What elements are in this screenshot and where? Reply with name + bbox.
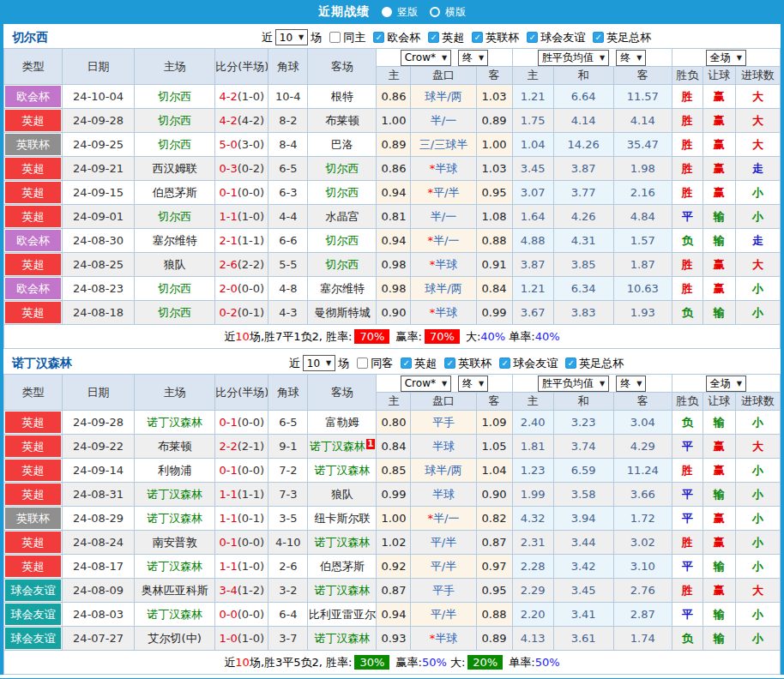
cell-avg-draw: 3.85 (553, 253, 613, 277)
horizontal-radio-label[interactable]: 横版 (445, 5, 466, 20)
same-venue-checkbox[interactable] (329, 32, 341, 43)
league-checkbox-label[interactable]: 英足总杯 (606, 30, 651, 45)
cell-result: 负 (672, 627, 703, 651)
cell-avg-draw: 6.59 (553, 459, 613, 483)
scope-select[interactable]: 全场▼ (706, 376, 746, 392)
halftime-score: (1-1) (238, 234, 264, 247)
cell-handicap-line: 平/半 (411, 555, 476, 579)
top-title-bar: 近期战绩 竖版 横版 (0, 0, 784, 24)
match-count-select[interactable]: 10▼ (303, 355, 335, 371)
cell-handicap-result: 赢 (703, 435, 735, 459)
same-venue-label[interactable]: 同客 (371, 356, 393, 371)
summary-row: 近10场,胜3平5负2, 胜率:30% 赢率:50% 大:20% 单率:50% (4, 651, 781, 675)
fulltime-score: 0-1 (219, 536, 237, 549)
vertical-radio[interactable] (382, 7, 392, 17)
cell-away-team: 诺丁汉森林 (308, 459, 377, 483)
fulltime-score: 0-1 (219, 416, 237, 429)
odds-time-select[interactable]: 终▼ (458, 376, 488, 392)
league-checkbox[interactable]: ✓ (373, 32, 384, 43)
scope-select[interactable]: 全场▼ (706, 50, 746, 66)
cell-avg-home: 1.04 (512, 133, 553, 157)
cell-home-team: 西汉姆联 (135, 157, 215, 181)
league-checkbox-label[interactable]: 英联杯 (458, 356, 492, 371)
goals-result-value: 大 (752, 114, 763, 127)
league-checkbox[interactable]: ✓ (472, 32, 483, 43)
cell-avg-draw: 6.64 (553, 85, 613, 109)
col-type: 类型 (4, 49, 63, 85)
cell-odds-home: 0.94 (377, 229, 411, 253)
cell-odds-away: 0.84 (476, 277, 512, 301)
col-goals: 进球数 (735, 67, 780, 85)
odds-time-select[interactable]: 终▼ (458, 50, 488, 66)
cell-avg-draw: 4.26 (553, 205, 613, 229)
bookmaker-select[interactable]: Crow*▼ (401, 376, 451, 392)
chevron-down-icon: ▼ (737, 54, 742, 62)
cell-odds-home: 0.89 (377, 133, 411, 157)
cell-avg-home: 1.81 (512, 435, 553, 459)
cell-away-team: 布莱顿 (308, 109, 377, 133)
cell-result: 胜 (672, 277, 703, 301)
cell-league: 英联杯 (4, 133, 63, 157)
league-checkbox-label[interactable]: 英联杯 (485, 30, 519, 45)
league-checkbox-label[interactable]: 英超 (442, 30, 464, 45)
cell-home-team: 塞尔维特 (135, 229, 215, 253)
avg-time-select[interactable]: 终▼ (616, 50, 646, 66)
league-checkbox[interactable]: ✓ (593, 32, 604, 43)
cell-goals-result: 走 (735, 157, 780, 181)
cell-goals-result: 小 (735, 411, 780, 435)
avg-time-select[interactable]: 终▼ (616, 376, 646, 392)
league-checkbox[interactable]: ✓ (444, 358, 455, 369)
cell-result: 平 (672, 507, 703, 531)
cell-avg-away: 2.16 (613, 181, 672, 205)
league-checkbox[interactable]: ✓ (428, 32, 439, 43)
result-value: 负 (682, 306, 693, 319)
league-badge: 英超 (5, 206, 61, 227)
avg-select[interactable]: 胜平负均值▼ (538, 50, 609, 66)
cell-odds-home: 0.98 (377, 277, 411, 301)
vertical-radio-label[interactable]: 竖版 (397, 5, 418, 20)
league-checkbox[interactable]: ✓ (565, 358, 576, 369)
result-value: 胜 (682, 114, 693, 127)
cell-odds-away: 0.88 (476, 229, 512, 253)
avg-select[interactable]: 胜平负均值▼ (538, 376, 609, 392)
league-checkbox-label[interactable]: 欧会杯 (387, 30, 420, 45)
match-count-select[interactable]: 10▼ (275, 29, 308, 45)
cell-score: 0-1(0-0) (215, 411, 268, 435)
league-checkbox-label[interactable]: 球会友谊 (513, 356, 558, 371)
cell-handicap-line: 半/一 (411, 205, 476, 229)
league-checkbox[interactable]: ✓ (527, 32, 538, 43)
cell-handicap-result: 输 (703, 483, 735, 507)
goals-result-value: 小 (752, 186, 763, 199)
league-checkbox[interactable]: ✓ (401, 358, 412, 369)
cell-date: 24-10-04 (63, 85, 135, 109)
bookmaker-select[interactable]: Crow*▼ (401, 50, 451, 66)
cell-away-team: 切尔西 (308, 253, 377, 277)
handicap-result-value: 输 (714, 488, 725, 501)
cell-goals-result: 大 (735, 109, 780, 133)
cell-avg-home: 1.21 (512, 277, 553, 301)
league-checkbox[interactable]: ✓ (499, 358, 510, 369)
cell-goals-result: 大 (735, 579, 780, 603)
cell-league: 英超 (4, 301, 63, 325)
cell-date: 24-09-01 (63, 205, 135, 229)
league-badge: 欧会杯 (5, 86, 61, 107)
goals-result-value: 大 (752, 584, 763, 597)
cell-odds-home: 0.90 (377, 301, 411, 325)
same-venue-label[interactable]: 同主 (343, 30, 365, 45)
same-venue-checkbox[interactable] (357, 358, 368, 369)
away-team-name: 伯恩茅斯 (320, 560, 365, 573)
horizontal-radio[interactable] (430, 7, 440, 17)
fulltime-score: 0-1 (219, 186, 237, 199)
summary-segment: 10 (235, 656, 250, 669)
cell-odds-away: 1.00 (476, 133, 512, 157)
summary-segment: 40% (535, 330, 560, 343)
away-team-name: 切尔西 (325, 162, 359, 175)
cell-handicap-result: 输 (703, 603, 735, 627)
home-team-name: 布莱顿 (158, 440, 191, 453)
league-checkbox-label[interactable]: 英足总杯 (579, 356, 624, 371)
cell-score: 0-3(0-2) (215, 157, 268, 181)
summary-row: 近10场,胜7平1负2, 胜率:70% 赢率:70% 大:40% 单率:40% (4, 325, 781, 349)
league-checkbox-label[interactable]: 球会友谊 (540, 30, 585, 45)
league-checkbox-label[interactable]: 英超 (414, 356, 437, 371)
cell-odds-away: 0.97 (476, 555, 512, 579)
